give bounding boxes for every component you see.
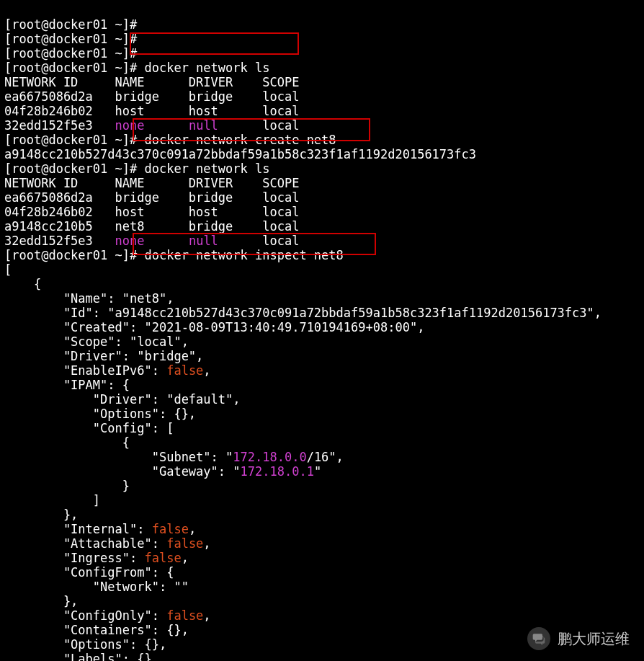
table-row: 04f28b246b02 host host local [4, 205, 299, 219]
table-row: 32edd152f5e3 none null local [4, 234, 299, 248]
prompt-line: [root@docker01 ~]# [4, 32, 137, 46]
json-line: "Internal": false, [4, 522, 196, 536]
json-false: false [144, 551, 181, 565]
json-false: false [166, 536, 203, 551]
prompt-line: [root@docker01 ~]# [4, 46, 137, 61]
json-gateway-value: 172.18.0.1 [241, 464, 314, 479]
json-line: "Created": "2021-08-09T13:40:49.71019416… [4, 320, 424, 334]
json-line: "IPAM": { [4, 378, 130, 392]
watermark-text: 鹏大师运维 [558, 631, 630, 646]
watermark: 鹏大师运维 [527, 627, 630, 650]
table-row: ea6675086d2a bridge bridge local [4, 89, 299, 104]
json-line: [ [4, 262, 12, 277]
command-text: docker network ls [144, 61, 269, 75]
prompt-line: [root@docker01 ~]# [4, 17, 137, 32]
command-text: docker network ls [144, 161, 269, 176]
prompt: [root@docker01 ~]# [4, 161, 144, 176]
table-row: 32edd152f5e3 none null local [4, 118, 299, 133]
json-line: "EnableIPv6": false, [4, 363, 211, 378]
json-line: "Subnet": "172.18.0.0/16", [4, 450, 344, 464]
json-line: }, [4, 594, 78, 608]
json-line: "Config": [ [4, 421, 174, 435]
json-line: { [4, 277, 41, 291]
output-line: a9148cc210b527d43c370c091a72bbdaf59a1b58… [4, 147, 476, 161]
table-header: NETWORK ID NAME DRIVER SCOPE [4, 176, 299, 190]
table-row: 04f28b246b02 host host local [4, 104, 299, 118]
json-line: "Network": "" [4, 580, 189, 594]
network-name-none: none [115, 118, 145, 133]
json-line: "Gateway": "172.18.0.1" [4, 464, 321, 479]
chat-bubbles-icon-svg [532, 631, 546, 646]
command-line: [root@docker01 ~]# docker network ls [4, 61, 269, 75]
prompt: [root@docker01 ~]# [4, 133, 144, 147]
command-line: [root@docker01 ~]# docker network inspec… [4, 248, 344, 262]
json-subnet-value: 172.18.0.0 [233, 450, 306, 464]
network-id: 32edd152f5e3 [4, 234, 115, 248]
json-line: { [4, 435, 130, 450]
json-false: false [166, 363, 203, 378]
prompt: [root@docker01 ~]# [4, 61, 144, 75]
json-line: "Options": {}, [4, 407, 196, 421]
json-line: "Containers": {}, [4, 623, 189, 637]
json-line: "Name": "net8", [4, 291, 174, 306]
json-line: "ConfigFrom": { [4, 565, 174, 580]
network-name-none: none [115, 234, 145, 248]
command-text: docker network inspect net8 [144, 248, 343, 262]
network-id: 32edd152f5e3 [4, 118, 115, 133]
prompt: [root@docker01 ~]# [4, 248, 144, 262]
json-false: false [152, 522, 189, 536]
json-line: "Ingress": false, [4, 551, 189, 565]
json-line: "Labels": {} [4, 652, 152, 661]
json-line: "Attachable": false, [4, 536, 211, 551]
terminal-output[interactable]: [root@docker01 ~]# [root@docker01 ~]# [r… [0, 0, 644, 661]
chat-bubbles-icon [527, 627, 550, 650]
json-false: false [166, 608, 203, 623]
json-line: "Driver": "bridge", [4, 349, 203, 363]
json-line: }, [4, 507, 78, 522]
command-line: [root@docker01 ~]# docker network create… [4, 133, 336, 147]
json-line: "ConfigOnly": false, [4, 608, 211, 623]
network-driver-null: null [189, 234, 218, 248]
network-driver-null: null [189, 118, 218, 133]
json-line: "Options": {}, [4, 637, 166, 652]
json-line: } [4, 479, 130, 493]
command-text: docker network create net8 [144, 133, 336, 147]
table-row: ea6675086d2a bridge bridge local [4, 190, 299, 205]
table-row: a9148cc210b5 net8 bridge local [4, 219, 299, 234]
json-line: "Id": "a9148cc210b527d43c370c091a72bbdaf… [4, 306, 601, 320]
table-header: NETWORK ID NAME DRIVER SCOPE [4, 75, 299, 89]
json-line: "Driver": "default", [4, 392, 241, 407]
command-line: [root@docker01 ~]# docker network ls [4, 161, 269, 176]
json-line: ] [4, 493, 100, 507]
json-line: "Scope": "local", [4, 334, 189, 349]
